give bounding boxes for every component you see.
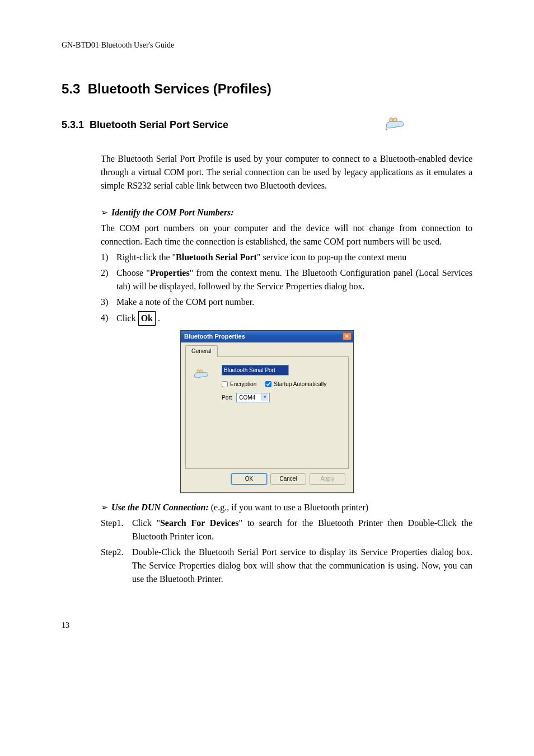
- intro-paragraph: The Bluetooth Serial Port Profile is use…: [101, 152, 472, 192]
- step-num: 3): [101, 295, 116, 309]
- step4-a: Click: [116, 313, 138, 323]
- bluetooth-serial-icon: [193, 367, 209, 383]
- dun-step2-text: Double-Click the Bluetooth Serial Port s…: [132, 546, 472, 586]
- subsection-number: 5.3.1: [62, 119, 84, 130]
- service-name-input[interactable]: Bluetooth Serial Port: [222, 365, 289, 375]
- svg-rect-0: [390, 118, 393, 121]
- step2-b: Properties: [150, 268, 190, 278]
- dun-step2: Step2. Double-Click the Bluetooth Serial…: [101, 546, 472, 586]
- ok-button[interactable]: OK: [231, 473, 267, 485]
- tab-general[interactable]: General: [185, 345, 218, 357]
- startup-checkbox[interactable]: Startup Automatically: [265, 380, 326, 388]
- ok-boxed-text: Ok: [138, 311, 156, 326]
- close-icon[interactable]: ✕: [343, 332, 352, 340]
- dun-heading-tail: (e.g., if you want to use a Bluetooth pr…: [211, 501, 368, 514]
- step-num: 4): [101, 311, 116, 326]
- startup-label: Startup Automatically: [274, 380, 326, 388]
- apply-button[interactable]: Apply: [310, 473, 345, 485]
- encryption-label: Encryption: [230, 380, 256, 388]
- arrow-icon: ➢: [101, 501, 108, 514]
- section-heading: 5.3 Bluetooth Services (Profiles): [62, 79, 472, 99]
- step1-c: " service icon to pop-up the context men…: [257, 252, 406, 262]
- step3-text: Make a note of the COM port number.: [116, 295, 472, 309]
- page-number: 13: [62, 619, 472, 631]
- port-label: Port: [222, 393, 232, 402]
- encryption-checkbox-input[interactable]: [222, 381, 228, 387]
- dun-heading-text: Use the DUN Connection:: [111, 501, 209, 514]
- step-3: 3) Make a note of the COM port number.: [101, 295, 472, 309]
- section-title-text: Bluetooth Services (Profiles): [88, 81, 271, 96]
- identify-heading-text: Identify the COM Port Numbers:: [111, 208, 234, 217]
- startup-checkbox-input[interactable]: [265, 381, 271, 387]
- step1-a: Right-click the ": [116, 252, 176, 262]
- bluetooth-serial-icon: [384, 115, 405, 135]
- step-4: 4) Click Ok .: [101, 311, 472, 326]
- step-num: 1): [101, 251, 116, 264]
- step-2: 2) Choose "Properties" from the context …: [101, 266, 472, 293]
- dun-step1-b: Search For Devices: [160, 518, 238, 528]
- svg-rect-3: [200, 369, 203, 372]
- port-select[interactable]: COM4: [236, 393, 270, 402]
- step2-a: Choose ": [116, 268, 150, 278]
- svg-rect-2: [197, 369, 200, 372]
- cancel-button[interactable]: Cancel: [270, 473, 306, 485]
- dun-heading: ➢Use the DUN Connection: (e.g., if you w…: [101, 501, 472, 514]
- step4-b: .: [156, 313, 160, 323]
- bluetooth-properties-dialog: Bluetooth Properties ✕ General: [180, 330, 354, 493]
- identify-paragraph: The COM port numbers on your computer an…: [101, 222, 472, 248]
- step-num: 2): [101, 266, 116, 293]
- arrow-icon: ➢: [101, 208, 108, 217]
- dun-step2-label: Step2.: [101, 546, 132, 559]
- subsection-heading: 5.3.1 Bluetooth Serial Port Service: [62, 118, 228, 133]
- dun-step1-label: Step1.: [101, 516, 132, 530]
- section-number: 5.3: [62, 81, 80, 96]
- step1-b: Bluetooth Serial Port: [176, 252, 257, 262]
- encryption-checkbox[interactable]: Encryption: [222, 380, 256, 388]
- dialog-titlebar[interactable]: Bluetooth Properties ✕: [181, 331, 353, 342]
- dialog-title: Bluetooth Properties: [184, 332, 245, 341]
- page-header: GN-BTD01 Bluetooth User's Guide: [62, 39, 472, 51]
- identify-heading: ➢Identify the COM Port Numbers:: [101, 206, 472, 219]
- dun-step1-a: Click ": [132, 518, 160, 528]
- subsection-title-text: Bluetooth Serial Port Service: [90, 119, 228, 130]
- dun-step1: Step1. Click "Search For Devices" to sea…: [101, 516, 472, 543]
- svg-rect-1: [394, 118, 397, 121]
- step-1: 1) Right-click the "Bluetooth Serial Por…: [101, 251, 472, 264]
